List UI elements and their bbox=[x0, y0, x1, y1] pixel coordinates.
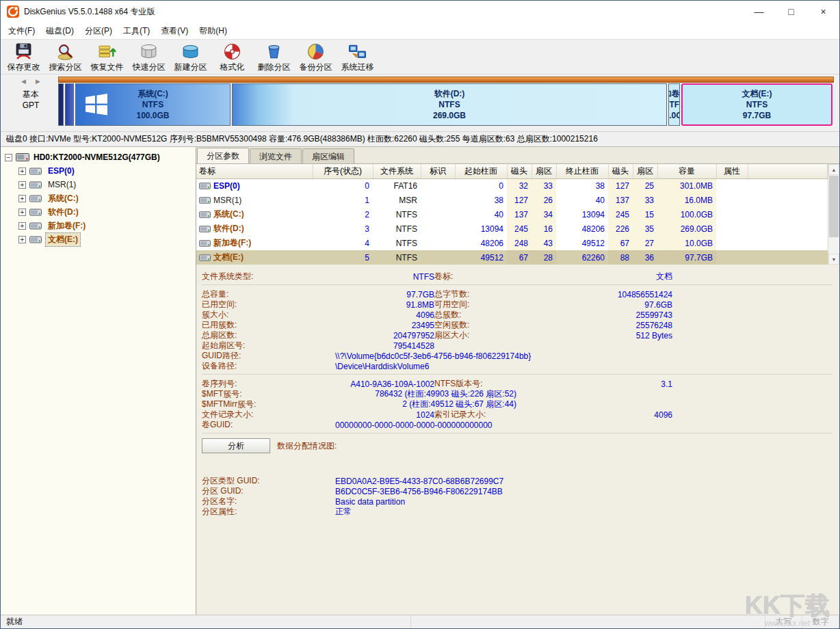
partition-block-msr[interactable] bbox=[65, 83, 74, 126]
value-cell: 62260 bbox=[556, 250, 608, 265]
toolbar-button-quick-partition[interactable]: 快速分区 bbox=[128, 40, 170, 73]
tree-item-document-e[interactable]: +文档(E:) bbox=[1, 232, 196, 246]
partition-block-software-d[interactable]: 软件(D:)NTFS269.0GB bbox=[232, 83, 667, 126]
toolbar-button-system-migrate[interactable]: 系统迁移 bbox=[337, 40, 378, 73]
value-cell: 245 bbox=[507, 222, 531, 236]
column-header-filler bbox=[748, 164, 828, 178]
expand-icon[interactable]: + bbox=[18, 168, 26, 175]
table-row-0[interactable]: ESP(0)0FAT16032333812725301.0MB bbox=[196, 178, 828, 193]
toolbar-button-backup-partition[interactable]: 备份分区 bbox=[295, 40, 337, 73]
tree-item-msr[interactable]: +MSR(1) bbox=[1, 178, 196, 191]
search-partition-icon bbox=[56, 42, 75, 62]
menu-item-view[interactable]: 查看(V) bbox=[155, 24, 194, 38]
table-row-5[interactable]: 文档(E:)5NTFS49512672862260883697.7GB bbox=[196, 250, 828, 265]
disk-bar: 系统(C:)NTFS100.0GB软件(D:)NTFS269.0GB新加卷(F:… bbox=[58, 77, 834, 126]
toolbar-button-label: 快速分区 bbox=[133, 62, 166, 73]
tree-item-hd0[interactable]: − HD0:KT2000-NVME512G(477GB) bbox=[1, 150, 196, 164]
partition-table: 卷标序号(状态)文件系统标识起始柱面磁头扇区终止柱面磁头扇区容量属性ESP(0)… bbox=[196, 164, 828, 265]
tree-item-software-d[interactable]: +软件(D:) bbox=[1, 205, 196, 219]
table-row-1[interactable]: MSR(1)1MSR3812726401373316.0MB bbox=[196, 193, 828, 207]
fs-row-5: 总扇区数:204797952扇区大小:512 Bytes bbox=[202, 330, 832, 340]
table-row-2[interactable]: 系统(C:)2NTFS40137341309424515100.0GB bbox=[196, 207, 828, 222]
expand-icon[interactable]: + bbox=[18, 209, 26, 216]
volume-cell: 新加卷(F:) bbox=[196, 236, 313, 250]
tree-items: +ESP(0)+MSR(1)+系统(C:)+软件(D:)+新加卷(F:)+文档(… bbox=[1, 164, 196, 246]
tab-sector-edit[interactable]: 扇区编辑 bbox=[302, 148, 354, 163]
column-header-3[interactable]: 标识 bbox=[421, 164, 455, 178]
prev-disk-icon[interactable]: ◀ bbox=[21, 78, 26, 85]
value-cell: 127 bbox=[507, 193, 531, 207]
fs-value2-0: 文档 bbox=[538, 271, 672, 282]
column-header-2[interactable]: 文件系统 bbox=[373, 164, 421, 178]
table-row-3[interactable]: 软件(D:)3NTFS13094245164820622635269.0GB bbox=[196, 222, 828, 236]
tree-item-system-c[interactable]: +系统(C:) bbox=[1, 191, 196, 205]
tab-browse-files[interactable]: 浏览文件 bbox=[250, 148, 302, 163]
value-cell: NTFS bbox=[373, 250, 421, 265]
fs-value2-1: 104856551424 bbox=[538, 290, 672, 299]
column-header-7[interactable]: 终止柱面 bbox=[556, 164, 608, 178]
toolbar-button-new-partition[interactable]: 新建分区 bbox=[170, 40, 211, 73]
close-button[interactable]: × bbox=[807, 1, 839, 23]
column-header-4[interactable]: 起始柱面 bbox=[455, 164, 507, 178]
tab-partition-params[interactable]: 分区参数 bbox=[197, 148, 249, 163]
column-header-1[interactable]: 序号(状态) bbox=[313, 164, 373, 178]
maximize-button[interactable]: □ bbox=[775, 1, 807, 23]
scroll-down-icon[interactable]: ▼ bbox=[828, 254, 839, 265]
partition-icon bbox=[29, 194, 42, 203]
expand-icon[interactable]: + bbox=[18, 222, 26, 230]
volume-cell: ESP(0) bbox=[196, 178, 313, 193]
value-cell: 5 bbox=[313, 250, 373, 265]
toolbar-button-format[interactable]: 格式化 bbox=[211, 40, 253, 73]
partition-block-esp[interactable] bbox=[58, 83, 64, 126]
partition-filesystem: NTFS bbox=[433, 99, 466, 110]
expand-icon[interactable]: + bbox=[18, 236, 26, 243]
value-cell: 33 bbox=[633, 193, 657, 207]
value-cell: 49512 bbox=[556, 236, 608, 250]
column-header-8[interactable]: 磁头 bbox=[608, 164, 633, 178]
column-header-11[interactable]: 属性 bbox=[716, 164, 748, 178]
table-scrollbar[interactable]: ▲ ▼ bbox=[828, 164, 839, 265]
ntfs-row-0: 卷序列号:A410-9A36-109A-1002NTFS版本号:3.1 bbox=[202, 378, 832, 388]
scrollbar-thumb[interactable] bbox=[829, 176, 839, 237]
diskgenius-logo-icon bbox=[7, 5, 19, 18]
fs-value-0: NTFS bbox=[303, 272, 434, 282]
scrollbar-track[interactable] bbox=[828, 238, 839, 254]
menu-item-file[interactable]: 文件(F) bbox=[3, 24, 40, 38]
value-cell bbox=[716, 178, 748, 193]
column-header-5[interactable]: 磁头 bbox=[507, 164, 531, 178]
partition-block-system-c[interactable]: 系统(C:)NTFS100.0GB bbox=[75, 83, 231, 126]
menu-item-partition[interactable]: 分区(P) bbox=[79, 24, 118, 38]
collapse-icon[interactable]: − bbox=[5, 154, 12, 161]
toolbar-button-search-partition[interactable]: 搜索分区 bbox=[44, 40, 86, 73]
column-header-9[interactable]: 扇区 bbox=[633, 164, 657, 178]
toolbar-button-delete-partition[interactable]: 删除分区 bbox=[253, 40, 295, 73]
expand-icon[interactable]: + bbox=[18, 195, 26, 202]
tree-item-new-volume-f[interactable]: +新加卷(F:) bbox=[1, 219, 196, 232]
next-disk-icon[interactable]: ▶ bbox=[36, 78, 40, 85]
toolbar-button-save-changes[interactable]: 保存更改 bbox=[3, 40, 44, 73]
num-indicator: 数字 bbox=[802, 615, 839, 628]
value-cell: 32 bbox=[507, 178, 531, 193]
minimize-button[interactable]: — bbox=[743, 1, 775, 23]
expand-icon[interactable]: + bbox=[18, 181, 26, 189]
scroll-up-icon[interactable]: ▲ bbox=[828, 164, 839, 175]
fs-value-7: \\?\Volume{b6dc0c5f-3eb6-4756-b946-f8062… bbox=[303, 351, 832, 361]
column-header-6[interactable]: 扇区 bbox=[531, 164, 556, 178]
column-header-0[interactable]: 卷标 bbox=[196, 164, 313, 178]
partition-block-new-volume-f[interactable]: 新加卷(F:)NTFS10.0GB bbox=[668, 83, 680, 126]
menu-item-tools[interactable]: 工具(T) bbox=[118, 24, 155, 38]
tree-item-esp[interactable]: +ESP(0) bbox=[1, 164, 196, 178]
toolbar-button-recover-files[interactable]: 恢复文件 bbox=[86, 40, 128, 73]
menu-item-disk[interactable]: 磁盘(D) bbox=[40, 24, 79, 38]
volume-cell: MSR(1) bbox=[196, 193, 313, 207]
column-header-10[interactable]: 容量 bbox=[657, 164, 716, 178]
partition-block-document-e[interactable]: 文档(E:)NTFS97.7GB bbox=[681, 83, 832, 126]
filler-cell bbox=[748, 236, 828, 250]
table-row-4[interactable]: 新加卷(F:)4NTFS482062484349512672710.0GB bbox=[196, 236, 828, 250]
partition-block-text: 新加卷(F:)NTFS10.0GB bbox=[668, 88, 680, 121]
analyze-button[interactable]: 分析 bbox=[202, 438, 270, 453]
ntfs-value-4: 00000000-0000-0000-0000-000000000000 bbox=[303, 420, 832, 430]
volume-cell: 软件(D:) bbox=[196, 222, 313, 236]
menu-item-help[interactable]: 帮助(H) bbox=[194, 24, 233, 38]
value-cell: 33 bbox=[531, 178, 556, 193]
